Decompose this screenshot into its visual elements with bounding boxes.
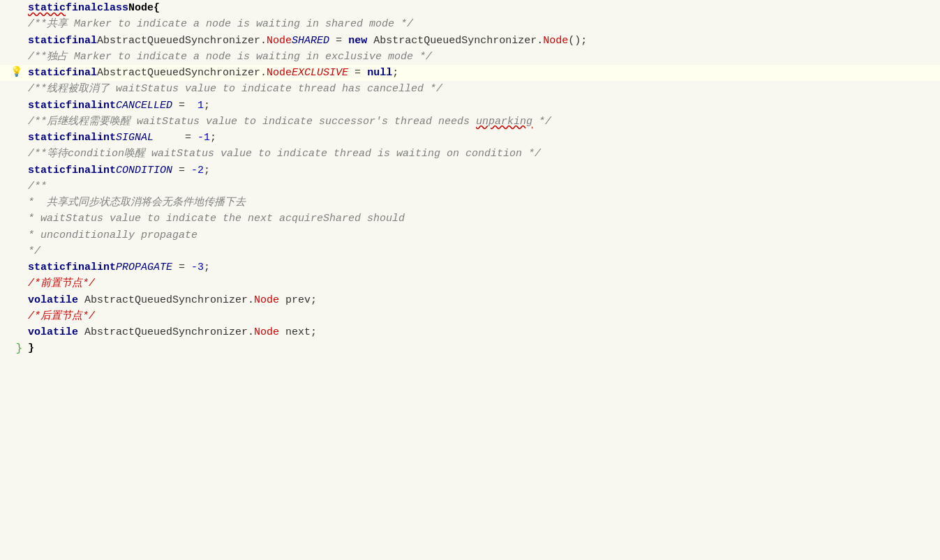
code-token: volatile bbox=[28, 324, 78, 340]
code-token: Node bbox=[254, 324, 279, 340]
code-token: final bbox=[66, 0, 97, 16]
code-line: 💡 static final AbstractQueuedSynchronize… bbox=[0, 65, 940, 81]
code-token: PROPAGATE bbox=[116, 259, 172, 275]
code-token: final bbox=[66, 65, 97, 81]
code-token: /*后置节点*/ bbox=[28, 308, 95, 324]
code-line: /**线程被取消了 waitStatus value to indicate t… bbox=[0, 81, 940, 97]
lightbulb-icon[interactable]: 💡 bbox=[10, 65, 22, 80]
code-token: final bbox=[66, 162, 97, 179]
code-token: static bbox=[28, 33, 66, 49]
code-token: CANCELLED bbox=[116, 98, 172, 114]
code-token: AbstractQueuedSynchronizer. bbox=[97, 33, 267, 49]
code-token: { bbox=[154, 0, 160, 16]
code-token: EXCLUSIVE bbox=[292, 65, 348, 81]
code-line: /**独占 Marker to indicate a node is waiti… bbox=[0, 49, 940, 65]
code-line: * 共享式同步状态取消将会无条件地传播下去 bbox=[0, 195, 940, 211]
code-token: } bbox=[28, 340, 34, 356]
code-line: static final int CANCELLED = 1; bbox=[0, 98, 940, 114]
code-token: Node bbox=[543, 33, 568, 49]
code-token: /**线程被取消了 waitStatus value to indicate t… bbox=[28, 81, 442, 97]
code-token: static bbox=[28, 130, 66, 146]
code-line: /**共享 Marker to indicate a node is waiti… bbox=[0, 16, 940, 32]
code-token: /**共享 Marker to indicate a node is waiti… bbox=[28, 16, 413, 32]
code-token: static bbox=[28, 162, 66, 179]
code-token: int bbox=[97, 162, 116, 179]
code-token: /**独占 Marker to indicate a node is waiti… bbox=[28, 49, 432, 65]
code-token: final bbox=[66, 130, 97, 146]
code-token: /** bbox=[28, 179, 47, 195]
code-token: * unconditionally propagate bbox=[28, 227, 197, 243]
code-token: new bbox=[348, 33, 367, 49]
code-token: static bbox=[28, 259, 66, 275]
code-token: final bbox=[66, 33, 97, 49]
code-token: -1 bbox=[197, 130, 210, 146]
code-line: */ bbox=[0, 243, 940, 259]
code-line: static final int CONDITION = -2; bbox=[0, 162, 940, 179]
code-editor: static final class Node{ /**共享 Marker to… bbox=[0, 0, 940, 560]
code-token: unparking bbox=[476, 114, 532, 130]
code-token: /**等待condition唤醒 waitStatus value to ind… bbox=[28, 146, 541, 162]
code-token: Node bbox=[267, 65, 292, 81]
code-token: -2 bbox=[191, 162, 204, 179]
code-token: int bbox=[97, 259, 116, 275]
code-token: SHARED bbox=[292, 33, 329, 49]
code-token: final bbox=[66, 259, 97, 275]
code-token: static bbox=[28, 0, 66, 16]
code-token: CONDITION bbox=[116, 162, 172, 179]
code-line: static final int PROPAGATE = -3; bbox=[0, 259, 940, 275]
code-token: null bbox=[367, 65, 392, 81]
code-line: /*后置节点*/ bbox=[0, 308, 940, 324]
code-token: int bbox=[97, 130, 116, 146]
code-line: /** bbox=[0, 179, 940, 195]
line-gutter: } bbox=[0, 340, 25, 358]
code-line: static final class Node{ bbox=[0, 0, 940, 16]
code-token: * waitStatus value to indicate the next … bbox=[28, 211, 405, 227]
code-token: static bbox=[28, 65, 66, 81]
code-line: /**等待condition唤醒 waitStatus value to ind… bbox=[0, 146, 940, 162]
code-line: volatile AbstractQueuedSynchronizer.Node… bbox=[0, 292, 940, 308]
code-token: AbstractQueuedSynchronizer. bbox=[97, 65, 267, 81]
code-line: volatile AbstractQueuedSynchronizer.Node… bbox=[0, 324, 940, 340]
code-token: Node bbox=[128, 0, 154, 16]
code-line: /**后继线程需要唤醒 waitStatus value to indicate… bbox=[0, 114, 940, 130]
code-line: * waitStatus value to indicate the next … bbox=[0, 211, 940, 227]
code-token: volatile bbox=[28, 292, 78, 308]
code-token: class bbox=[97, 0, 128, 16]
code-token: Node bbox=[254, 292, 279, 308]
code-token: */ bbox=[532, 114, 551, 130]
code-token: final bbox=[66, 98, 97, 114]
code-token: SIGNAL bbox=[116, 130, 154, 146]
closing-brace-gutter: } bbox=[15, 340, 22, 358]
code-line: * unconditionally propagate bbox=[0, 227, 940, 243]
code-line: static final int SIGNAL = -1; bbox=[0, 130, 940, 146]
code-token: /**后继线程需要唤醒 waitStatus value to indicate… bbox=[28, 114, 476, 130]
code-line: /*前置节点*/ bbox=[0, 275, 940, 292]
code-token: /*前置节点*/ bbox=[28, 275, 95, 292]
code-token: -3 bbox=[191, 259, 204, 275]
code-line: static final AbstractQueuedSynchronizer.… bbox=[0, 33, 940, 49]
line-gutter: 💡 bbox=[0, 65, 25, 80]
code-token: Node bbox=[267, 33, 292, 49]
code-token: */ bbox=[28, 243, 40, 259]
code-token: 1 bbox=[197, 98, 204, 114]
code-token: static bbox=[28, 98, 66, 114]
code-token: * 共享式同步状态取消将会无条件地传播下去 bbox=[28, 195, 246, 211]
code-token: int bbox=[97, 98, 116, 114]
code-line: }} bbox=[0, 340, 940, 356]
